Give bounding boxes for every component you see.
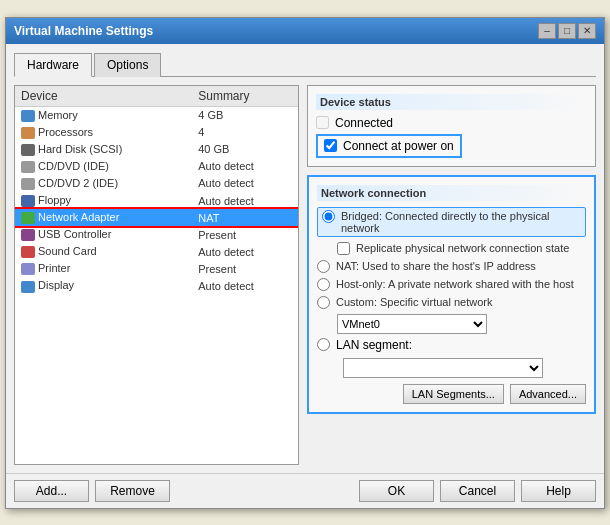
- close-button[interactable]: ✕: [578, 23, 596, 39]
- window-footer: Add... Remove OK Cancel Help: [6, 473, 604, 508]
- hostonly-radio[interactable]: [317, 278, 330, 291]
- right-panel: Device status Connected Connect at power…: [307, 85, 596, 465]
- footer-right-buttons: OK Cancel Help: [359, 480, 596, 502]
- svg-rect-0: [21, 110, 35, 122]
- remove-button[interactable]: Remove: [95, 480, 170, 502]
- virtual-machine-settings-window: Virtual Machine Settings – □ ✕ Hardware …: [5, 17, 605, 509]
- tab-hardware[interactable]: Hardware: [14, 53, 92, 77]
- table-row[interactable]: PrinterPresent: [15, 260, 298, 277]
- table-row[interactable]: Processors4: [15, 124, 298, 141]
- bridged-option-row: Bridged: Connected directly to the physi…: [317, 207, 586, 237]
- svg-rect-7: [21, 229, 35, 241]
- minimize-button[interactable]: –: [538, 23, 556, 39]
- table-row[interactable]: Hard Disk (SCSI)40 GB: [15, 141, 298, 158]
- replicate-checkbox[interactable]: [337, 242, 350, 255]
- device-name-cell: Processors: [15, 124, 192, 141]
- network-action-buttons: LAN Segments... Advanced...: [317, 378, 586, 404]
- device-summary-cell: 4: [192, 124, 298, 141]
- svg-rect-4: [21, 178, 35, 190]
- table-row[interactable]: Network AdapterNAT: [15, 209, 298, 226]
- connected-row: Connected: [316, 116, 587, 130]
- device-summary-cell: Present: [192, 260, 298, 277]
- network-connection-section: Network connection Bridged: Connected di…: [307, 175, 596, 414]
- add-button[interactable]: Add...: [14, 480, 89, 502]
- lan-segment-row: LAN segment:: [317, 338, 586, 352]
- device-list-scroll[interactable]: Device Summary Memory4 GBProcessors4Hard…: [15, 86, 298, 464]
- nat-option-row: NAT: Used to share the host's IP address: [317, 260, 586, 273]
- window-title: Virtual Machine Settings: [14, 24, 153, 38]
- vmnet-dropdown-row: VMnet0: [337, 314, 586, 334]
- device-name-cell: USB Controller: [15, 226, 192, 243]
- table-row[interactable]: CD/DVD (IDE)Auto detect: [15, 158, 298, 175]
- title-bar: Virtual Machine Settings – □ ✕: [6, 18, 604, 44]
- svg-rect-8: [21, 246, 35, 258]
- cancel-button[interactable]: Cancel: [440, 480, 515, 502]
- vmnet-select[interactable]: VMnet0: [337, 314, 487, 334]
- bridged-radio[interactable]: [322, 210, 335, 223]
- svg-rect-3: [21, 161, 35, 173]
- device-summary-cell: Auto detect: [192, 277, 298, 294]
- title-bar-controls: – □ ✕: [538, 23, 596, 39]
- device-name-cell: Hard Disk (SCSI): [15, 141, 192, 158]
- connect-power-box: Connect at power on: [316, 134, 462, 158]
- help-button[interactable]: Help: [521, 480, 596, 502]
- svg-rect-9: [21, 263, 35, 275]
- nat-radio[interactable]: [317, 260, 330, 273]
- tab-options[interactable]: Options: [94, 53, 161, 77]
- custom-radio[interactable]: [317, 296, 330, 309]
- table-row[interactable]: Memory4 GB: [15, 106, 298, 124]
- device-summary-cell: Auto detect: [192, 158, 298, 175]
- lan-segment-radio[interactable]: [317, 338, 330, 351]
- table-row[interactable]: FloppyAuto detect: [15, 192, 298, 209]
- connect-power-label: Connect at power on: [343, 139, 454, 153]
- device-name-cell: Network Adapter: [15, 209, 192, 226]
- svg-rect-6: [21, 212, 35, 224]
- connect-power-checkbox[interactable]: [324, 139, 337, 152]
- device-summary-cell: Present: [192, 226, 298, 243]
- svg-rect-10: [21, 281, 35, 293]
- device-table: Device Summary Memory4 GBProcessors4Hard…: [15, 86, 298, 295]
- connected-checkbox[interactable]: [316, 116, 329, 129]
- ok-button[interactable]: OK: [359, 480, 434, 502]
- footer-left-buttons: Add... Remove: [14, 480, 170, 502]
- table-row[interactable]: DisplayAuto detect: [15, 277, 298, 294]
- content-area: Device Summary Memory4 GBProcessors4Hard…: [14, 85, 596, 465]
- device-name-cell: Memory: [15, 106, 192, 124]
- device-name-cell: CD/DVD (IDE): [15, 158, 192, 175]
- svg-rect-2: [21, 144, 35, 156]
- lan-segment-label: LAN segment:: [336, 338, 412, 352]
- hostonly-option-row: Host-only: A private network shared with…: [317, 278, 586, 291]
- device-status-section: Device status Connected Connect at power…: [307, 85, 596, 167]
- device-summary-cell: 40 GB: [192, 141, 298, 158]
- device-name-cell: Sound Card: [15, 243, 192, 260]
- device-name-cell: Printer: [15, 260, 192, 277]
- device-summary-cell: 4 GB: [192, 106, 298, 124]
- table-row[interactable]: USB ControllerPresent: [15, 226, 298, 243]
- maximize-button[interactable]: □: [558, 23, 576, 39]
- device-name-cell: Floppy: [15, 192, 192, 209]
- col-device: Device: [15, 86, 192, 107]
- custom-label: Custom: Specific virtual network: [336, 296, 493, 308]
- nat-label: NAT: Used to share the host's IP address: [336, 260, 536, 272]
- table-row[interactable]: Sound CardAuto detect: [15, 243, 298, 260]
- replicate-row: Replicate physical network connection st…: [337, 242, 586, 255]
- advanced-button[interactable]: Advanced...: [510, 384, 586, 404]
- lan-segments-button[interactable]: LAN Segments...: [403, 384, 504, 404]
- lan-segment-select[interactable]: [343, 358, 543, 378]
- col-summary: Summary: [192, 86, 298, 107]
- device-name-cell: Display: [15, 277, 192, 294]
- table-row[interactable]: CD/DVD 2 (IDE)Auto detect: [15, 175, 298, 192]
- network-connection-title: Network connection: [317, 185, 586, 201]
- device-status-title: Device status: [316, 94, 587, 110]
- replicate-label: Replicate physical network connection st…: [356, 242, 569, 254]
- device-summary-cell: Auto detect: [192, 192, 298, 209]
- hostonly-label: Host-only: A private network shared with…: [336, 278, 574, 290]
- device-summary-cell: Auto detect: [192, 175, 298, 192]
- bridged-label: Bridged: Connected directly to the physi…: [341, 210, 581, 234]
- device-list-panel: Device Summary Memory4 GBProcessors4Hard…: [14, 85, 299, 465]
- window-body: Hardware Options Device Summary Memo: [6, 44, 604, 473]
- connected-label: Connected: [335, 116, 393, 130]
- device-summary-cell: Auto detect: [192, 243, 298, 260]
- svg-rect-1: [21, 127, 35, 139]
- device-summary-cell: NAT: [192, 209, 298, 226]
